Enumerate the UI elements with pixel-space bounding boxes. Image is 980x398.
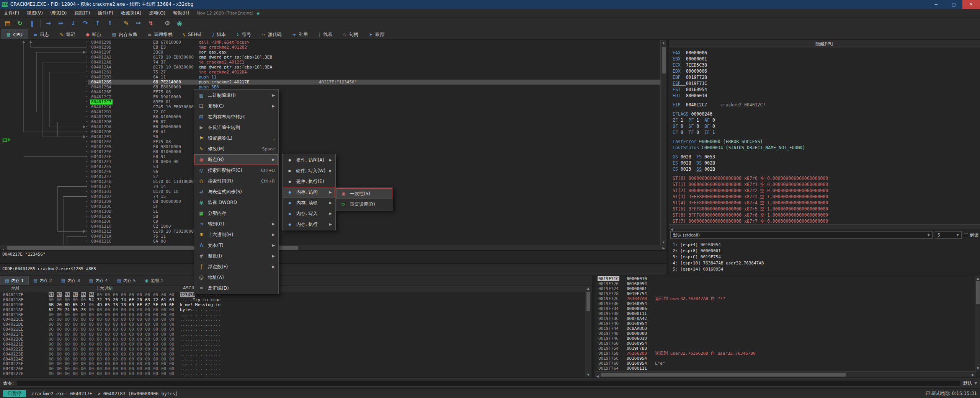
dump-byte[interactable]: 00 xyxy=(129,292,134,297)
dump-byte[interactable]: 62 xyxy=(49,307,54,312)
dump-byte[interactable]: 00 xyxy=(65,317,70,322)
assemble-button[interactable]: ✏ xyxy=(132,18,145,28)
dump-byte[interactable]: 00 xyxy=(97,322,102,327)
breakpoint-dot-icon[interactable]: • xyxy=(86,65,88,70)
dump-byte[interactable]: 00 xyxy=(49,297,54,302)
dump-byte[interactable]: 00 xyxy=(81,342,86,347)
dump-byte[interactable]: 00 xyxy=(153,327,158,332)
dump-byte[interactable]: 00 xyxy=(89,332,94,337)
context-menu-item[interactable]: ▶在反汇编中转到 xyxy=(194,122,278,133)
dump-byte[interactable]: 00 xyxy=(161,292,166,297)
dump-ascii[interactable]: ................ xyxy=(180,342,220,347)
dump-byte[interactable]: 69 xyxy=(161,302,166,307)
dump-byte[interactable]: 00 xyxy=(129,337,134,342)
dump-byte[interactable]: 00 xyxy=(97,352,102,357)
preferences-button[interactable]: ⚙ xyxy=(161,18,173,28)
dump-byte[interactable]: 00 xyxy=(89,317,94,322)
dump-byte[interactable]: 00 xyxy=(89,327,94,332)
dump-byte[interactable]: 00 xyxy=(145,371,150,376)
context-menu-item[interactable]: ◉监视 DWORD xyxy=(194,197,278,208)
register-line[interactable]: ESI 00160954 xyxy=(673,86,978,93)
breakpoint-dot-icon[interactable]: • xyxy=(86,189,88,194)
register-line[interactable]: CS 0023 SS 002B xyxy=(673,166,978,172)
disasm-row[interactable]: •004012DAB8 00000000 xyxy=(0,124,666,129)
dump-byte[interactable]: 00 xyxy=(145,317,150,322)
dump-byte[interactable]: 00 xyxy=(113,342,118,347)
breakpoint-dot-icon[interactable]: • xyxy=(86,85,88,90)
breakpoint-dot-icon[interactable]: • xyxy=(86,95,88,100)
dump-byte[interactable]: 79 xyxy=(57,307,62,312)
dump-byte[interactable]: 00 xyxy=(121,347,126,352)
dump-byte[interactable]: 00 xyxy=(49,357,54,362)
dump-byte[interactable]: 00 xyxy=(57,317,62,322)
dump-row[interactable]: 0040223E00000000000000000000000000000000… xyxy=(0,352,592,357)
dump-byte[interactable]: 00 xyxy=(137,371,142,376)
breakpoint-submenu-item[interactable]: ●硬件, 写入(W)▶ xyxy=(283,165,335,176)
breakpoint-dot-icon[interactable]: • xyxy=(86,179,88,184)
dump-byte[interactable]: 00 xyxy=(89,371,94,376)
scroll-down-icon[interactable]: ▼ xyxy=(975,365,980,371)
dump-tab-内存 5[interactable]: ▤内存 5 xyxy=(113,276,140,285)
breakpoint-dot-icon[interactable]: • xyxy=(86,174,88,179)
context-menu-item[interactable]: A文本(T)▶ xyxy=(194,240,278,251)
dump-byte[interactable]: 00 xyxy=(129,342,134,347)
dump-ascii[interactable]: ................ xyxy=(180,361,220,366)
dump-byte[interactable]: 00 xyxy=(81,297,86,302)
dump-byte[interactable]: 00 xyxy=(169,337,174,342)
disassembly-vertical-scrollbar[interactable]: ▲ ▼ xyxy=(660,40,666,245)
scroll-up-icon[interactable]: ▲ xyxy=(661,40,666,45)
register-line[interactable]: ES 002B DS 002B xyxy=(673,160,978,166)
dump-byte[interactable]: 00 xyxy=(105,357,110,362)
dump-byte[interactable]: 00 xyxy=(113,312,118,317)
dump-byte[interactable]: 00 xyxy=(105,337,110,342)
dump-byte[interactable]: 00 xyxy=(153,357,158,362)
register-line[interactable]: ST(2) 00000000000000000000 x87r2 空 0.000… xyxy=(673,188,978,194)
dump-byte[interactable]: 54 xyxy=(89,297,94,302)
step-out-button[interactable]: ↑ xyxy=(91,18,104,28)
dump-byte[interactable]: 00 xyxy=(97,347,102,352)
dump-byte[interactable]: 00 xyxy=(153,307,158,312)
dump-byte[interactable]: 00 xyxy=(65,371,70,376)
register-line[interactable]: ST(0) 00000000000000000000 x87r0 空 0.000… xyxy=(673,175,978,181)
dump-byte[interactable]: 00 xyxy=(89,322,94,327)
dump-byte[interactable]: 00 xyxy=(73,322,78,327)
disasm-row[interactable]: •0040129DEB E3jmp crackme2.401282 xyxy=(0,45,666,50)
dump-byte[interactable]: 00 xyxy=(169,322,174,327)
dump-byte[interactable]: 69 xyxy=(129,302,134,307)
dump-byte[interactable]: 00 xyxy=(65,352,70,357)
dump-byte[interactable]: 00 xyxy=(113,317,118,322)
stack-row[interactable]: 0019F73000160954 xyxy=(595,301,980,306)
context-menu-item[interactable]: @地址(A) xyxy=(194,272,278,283)
breakpoint-dot-icon[interactable]: • xyxy=(86,75,88,80)
context-menu-item[interactable]: ✱十六进制(H)▶ xyxy=(194,229,278,240)
registers-horizontal-scrollbar[interactable]: ◀ xyxy=(669,224,980,229)
dump-byte[interactable]: 00 xyxy=(105,292,110,297)
dump-byte[interactable]: 00 xyxy=(169,342,174,347)
dump-byte[interactable]: 00 xyxy=(145,332,150,337)
dump-byte[interactable]: 00 xyxy=(81,332,86,337)
tab-SEH链[interactable]: §SEH链 xyxy=(178,29,207,39)
dump-byte[interactable]: 00 xyxy=(145,327,150,332)
breakpoint-dot-icon[interactable]: • xyxy=(86,109,88,114)
dump-row[interactable]: 004021AE62797465730000000000000000000000… xyxy=(0,307,592,312)
dump-tab-内存 1[interactable]: ▤内存 1 xyxy=(0,276,29,285)
dump-byte[interactable]: 00 xyxy=(121,332,126,337)
dump-byte[interactable]: 00 xyxy=(57,327,62,332)
dump-byte[interactable]: 00 xyxy=(121,371,126,376)
stack-row[interactable]: 0019F71C80006010 xyxy=(595,276,980,281)
dump-row[interactable]: 0040224E00000000000000000000000000000000… xyxy=(0,357,592,362)
scrollbar-thumb[interactable] xyxy=(601,373,846,377)
stack-argument-line[interactable]: 5: [esp+14] 00160954 xyxy=(673,266,764,272)
disasm-row[interactable]: •004012D3B8 01000000 xyxy=(0,114,666,119)
dump-byte[interactable]: 00 xyxy=(89,337,94,342)
dump-byte[interactable]: 00 xyxy=(153,347,158,352)
disasm-row[interactable]: •00401298E8 67010000call <JMP.&SetFocus> xyxy=(0,40,666,45)
dump-byte[interactable]: 00 xyxy=(137,361,142,366)
dump-byte[interactable]: 00 xyxy=(73,347,78,352)
dump-byte[interactable]: 00 xyxy=(81,317,86,322)
dump-byte[interactable]: 00 xyxy=(81,327,86,332)
dump-byte[interactable]: 00 xyxy=(169,317,174,322)
breakpoint-dot-icon[interactable]: • xyxy=(86,80,88,85)
dump-byte[interactable]: 67 xyxy=(145,302,150,307)
dump-byte[interactable]: 00 xyxy=(65,361,70,366)
